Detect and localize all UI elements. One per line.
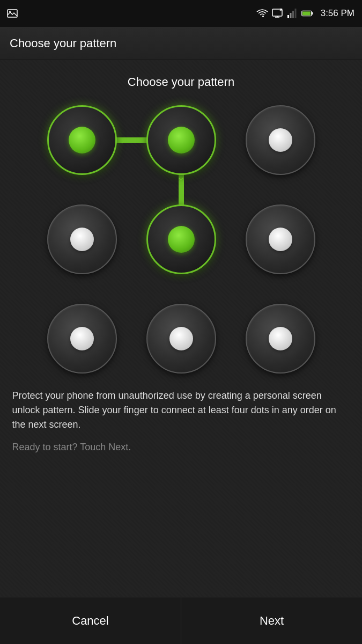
dot-4-inner bbox=[168, 226, 195, 253]
dot-8[interactable] bbox=[246, 304, 315, 374]
screen-icon bbox=[271, 8, 283, 19]
dot-2-outer bbox=[246, 105, 315, 175]
time-display: 3:56 PM bbox=[321, 8, 354, 19]
dot-8-outer bbox=[246, 304, 315, 374]
dot-1-inner bbox=[168, 127, 195, 153]
dot-4[interactable] bbox=[146, 204, 216, 274]
status-bar: 3:56 PM bbox=[0, 0, 362, 27]
svg-rect-12 bbox=[312, 12, 313, 15]
dot-3-outer bbox=[47, 204, 117, 274]
dot-5[interactable] bbox=[246, 204, 315, 274]
dot-6[interactable] bbox=[47, 304, 117, 374]
dot-5-outer bbox=[246, 204, 315, 274]
title-bar: Choose your pattern bbox=[0, 27, 362, 60]
dot-5-inner bbox=[269, 228, 292, 251]
dot-2[interactable] bbox=[246, 105, 315, 175]
dot-0[interactable]: › bbox=[47, 105, 117, 175]
wifi-icon bbox=[256, 8, 268, 19]
dot-7-inner bbox=[169, 327, 193, 350]
bottom-bar: Cancel Next bbox=[0, 597, 362, 644]
dot-7[interactable] bbox=[146, 304, 216, 374]
dot-0-inner bbox=[69, 127, 95, 153]
dot-1[interactable]: ⌄ bbox=[146, 105, 216, 175]
cancel-label: Cancel bbox=[72, 614, 108, 628]
svg-point-1 bbox=[9, 11, 11, 13]
dot-0-outer: › bbox=[47, 105, 117, 175]
arrow-down-icon: ⌄ bbox=[176, 170, 186, 183]
dot-8-inner bbox=[269, 327, 292, 350]
description-text: Protect your phone from unauthorized use… bbox=[12, 389, 350, 432]
gallery-icon bbox=[6, 8, 18, 19]
main-content: Choose your pattern › ⌄ bbox=[0, 60, 362, 597]
dot-3-inner bbox=[70, 228, 94, 251]
next-button[interactable]: Next bbox=[181, 597, 362, 644]
svg-rect-10 bbox=[294, 9, 296, 18]
svg-rect-9 bbox=[292, 11, 294, 18]
dot-1-outer: ⌄ bbox=[146, 105, 216, 175]
pattern-grid[interactable]: › ⌄ bbox=[47, 105, 315, 374]
battery-icon bbox=[301, 8, 313, 19]
arrow-right-icon: › bbox=[121, 134, 125, 147]
status-bar-left bbox=[6, 8, 18, 19]
svg-rect-8 bbox=[290, 13, 291, 18]
dot-6-inner bbox=[70, 327, 94, 350]
page-title: Choose your pattern bbox=[10, 36, 116, 50]
signal-icon bbox=[286, 8, 298, 19]
svg-rect-13 bbox=[302, 11, 311, 15]
cancel-button[interactable]: Cancel bbox=[0, 597, 181, 644]
pattern-heading: Choose your pattern bbox=[128, 75, 234, 89]
next-label: Next bbox=[260, 614, 284, 628]
dot-6-outer bbox=[47, 304, 117, 374]
dot-3[interactable] bbox=[47, 204, 117, 274]
status-bar-right: 3:56 PM bbox=[256, 8, 354, 19]
dot-2-inner bbox=[269, 128, 292, 152]
dot-4-outer bbox=[146, 204, 216, 274]
dot-7-outer bbox=[146, 304, 216, 374]
svg-rect-7 bbox=[287, 15, 289, 18]
ready-text: Ready to start? Touch Next. bbox=[12, 442, 350, 453]
